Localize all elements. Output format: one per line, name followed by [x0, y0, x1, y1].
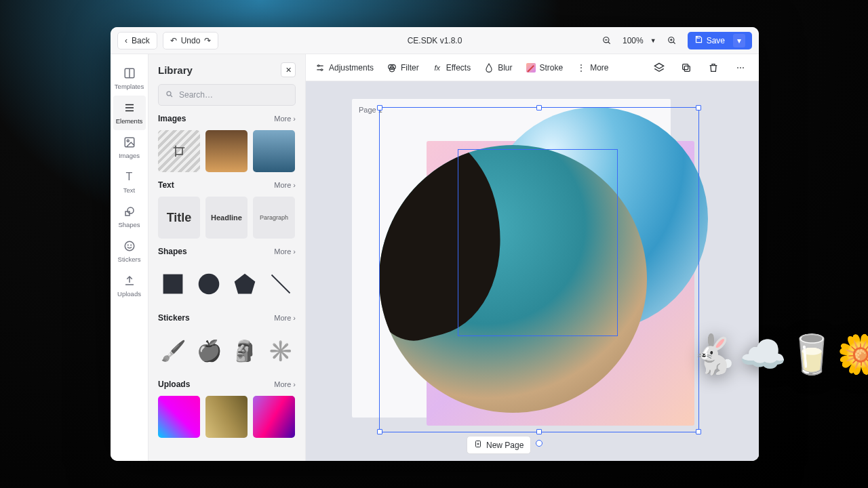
text-icon: T	[123, 170, 136, 184]
sidebar-item-elements[interactable]: Elements	[113, 96, 146, 130]
sidebar-item-text[interactable]: T Text	[113, 165, 146, 199]
sidebar-label: Stickers	[118, 256, 141, 263]
new-page-label: New Page	[486, 441, 524, 450]
sidebar-item-stickers[interactable]: Stickers	[113, 234, 146, 268]
sticker-tile[interactable]: 🗿	[230, 329, 260, 371]
zoom-level[interactable]: 100%	[623, 36, 644, 45]
undo-icon: ↶	[170, 36, 177, 45]
library-panel: Library ✕ Search… Images More ›	[149, 54, 306, 461]
close-panel-button[interactable]: ✕	[281, 62, 296, 77]
redo-icon[interactable]: ↷	[204, 36, 211, 45]
resize-handle[interactable]	[696, 105, 701, 110]
sidebar-item-images[interactable]: Images	[113, 130, 146, 165]
sidebar-label: Images	[119, 152, 140, 159]
layers-icon[interactable]	[650, 59, 668, 77]
upload-tile[interactable]	[253, 396, 295, 438]
zoom-in-icon[interactable]	[663, 32, 681, 49]
effects-button[interactable]: fx Effects	[433, 63, 471, 73]
svg-rect-35	[683, 64, 688, 69]
adjustments-button[interactable]: Adjustments	[315, 63, 374, 73]
canvas-page[interactable]: Page 1	[352, 99, 671, 418]
back-button[interactable]: ‹ Back	[117, 32, 157, 49]
chevron-right-icon: ›	[293, 115, 296, 123]
undo-label: Undo	[181, 36, 201, 45]
svg-point-29	[321, 68, 322, 70]
sidebar-label: Text	[123, 186, 135, 194]
text-headline-tile[interactable]: Headline	[205, 197, 248, 239]
svg-line-2	[608, 41, 610, 43]
rotation-handle[interactable]	[536, 440, 542, 447]
section-title: Shapes	[158, 247, 187, 256]
undo-button[interactable]: ↶ Undo ↷	[163, 32, 219, 49]
filter-button[interactable]: Filter	[387, 63, 419, 73]
search-input[interactable]: Search…	[158, 84, 296, 106]
svg-point-18	[130, 245, 131, 245]
shape-line-tile[interactable]	[265, 263, 296, 305]
crop-placeholder-tile[interactable]	[158, 130, 200, 172]
flower-sticker[interactable]: 🌼	[837, 332, 868, 377]
resize-handle[interactable]	[536, 429, 542, 434]
svg-point-13	[127, 140, 129, 142]
sticker-tile[interactable]: ✳️	[265, 329, 296, 371]
svg-point-23	[199, 274, 220, 295]
new-page-button[interactable]: New Page	[467, 436, 531, 454]
topbar: ‹ Back ↶ Undo ↷ CE.SDK v1.8.0 100% ▼	[111, 27, 759, 54]
more-text[interactable]: More ›	[274, 181, 296, 189]
resize-handle[interactable]	[377, 429, 382, 434]
section-text: Text More › Title Headline Paragraph	[149, 180, 305, 247]
overflow-menu-icon[interactable]: ⋯	[732, 59, 749, 77]
sticker-tile[interactable]: 🖌️	[158, 329, 189, 371]
upload-tile[interactable]	[205, 396, 248, 438]
text-title-tile[interactable]: Title	[158, 197, 200, 239]
shape-circle-tile[interactable]	[194, 263, 224, 305]
svg-point-16	[125, 241, 134, 251]
inner-selection-box[interactable]	[458, 149, 618, 336]
svg-point-14	[127, 207, 134, 214]
more-button[interactable]: ⋮ More	[576, 63, 608, 73]
image-tile[interactable]	[253, 130, 295, 172]
svg-point-19	[167, 92, 171, 96]
more-uploads[interactable]: More ›	[274, 380, 296, 388]
resize-handle[interactable]	[536, 105, 542, 110]
section-uploads: Uploads More ›	[149, 380, 305, 446]
upload-tile[interactable]	[158, 396, 200, 438]
sidebar-item-templates[interactable]: Templates	[113, 61, 146, 96]
text-paragraph-tile[interactable]: Paragraph	[253, 197, 295, 239]
resize-handle[interactable]	[696, 429, 701, 434]
chevron-right-icon: ›	[293, 181, 296, 189]
shape-rect-tile[interactable]	[158, 263, 189, 305]
cloud-sticker[interactable]: ☁️	[739, 332, 787, 377]
section-title: Text	[158, 180, 174, 190]
more-shapes[interactable]: More ›	[274, 247, 296, 256]
section-shapes: Shapes More ›	[149, 247, 305, 313]
zoom-out-icon[interactable]	[598, 32, 616, 49]
sidebar-item-shapes[interactable]: Shapes	[113, 199, 146, 234]
svg-line-20	[171, 95, 173, 97]
stroke-button[interactable]: Stroke	[526, 63, 564, 73]
section-stickers: Stickers More › 🖌️ 🍎 🗿 ✳️	[149, 313, 305, 380]
canvas[interactable]: Page 1	[306, 81, 759, 461]
rabbit-sticker[interactable]: 🐇	[690, 332, 738, 377]
chevron-down-icon[interactable]: ▼	[650, 37, 656, 44]
svg-marker-24	[235, 274, 256, 294]
chevron-right-icon: ›	[293, 314, 296, 322]
resize-handle[interactable]	[377, 105, 382, 110]
adjustments-icon	[315, 63, 325, 73]
blur-button[interactable]: Blur	[484, 63, 512, 73]
filter-icon	[387, 63, 397, 73]
svg-line-6	[673, 41, 675, 43]
save-dropdown-icon[interactable]: ▾	[733, 34, 745, 47]
more-stickers[interactable]: More ›	[274, 314, 296, 322]
elements-icon	[123, 101, 136, 115]
duplicate-icon[interactable]	[677, 59, 695, 77]
sticker-tile[interactable]: 🍎	[194, 329, 224, 371]
save-button[interactable]: Save ▾	[688, 32, 752, 49]
panel-title: Library	[158, 64, 193, 76]
shapes-icon	[123, 205, 136, 218]
sidebar-item-uploads[interactable]: Uploads	[113, 268, 146, 303]
more-images[interactable]: More ›	[274, 115, 296, 123]
shape-pentagon-tile[interactable]	[230, 263, 260, 305]
image-tile[interactable]	[205, 130, 248, 172]
delete-icon[interactable]	[705, 59, 722, 77]
milk-sticker[interactable]: 🥛	[788, 332, 835, 377]
